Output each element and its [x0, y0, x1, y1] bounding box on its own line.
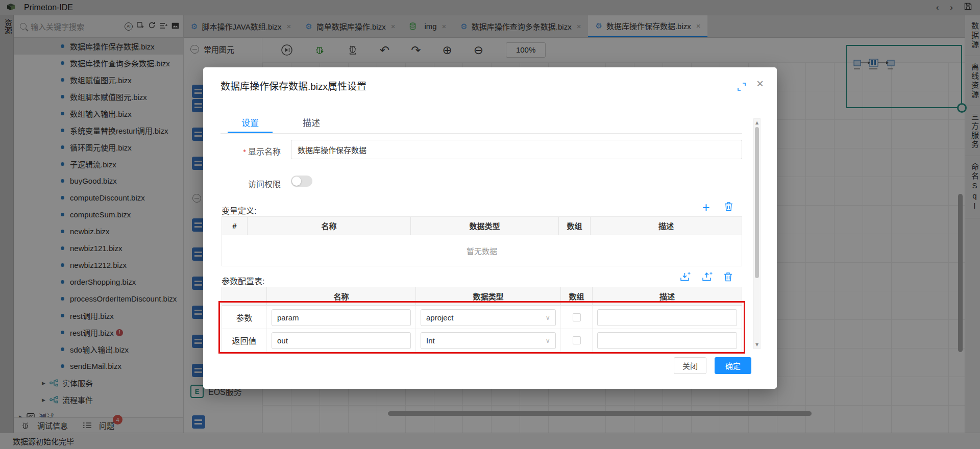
- variables-section-label: 变量定义:: [222, 204, 256, 216]
- param-name-cell: param: [267, 306, 416, 329]
- access-label: 访问权限: [203, 178, 281, 190]
- column-header: 数组: [559, 217, 591, 235]
- export-params-icon[interactable]: [702, 271, 713, 284]
- dialog-tab-设置[interactable]: 设置: [228, 112, 273, 133]
- param-row-label: 参数: [222, 306, 267, 329]
- import-params-icon[interactable]: [680, 271, 691, 284]
- scrollbar-thumb[interactable]: [755, 127, 759, 278]
- param-desc-cell: [593, 329, 742, 352]
- chevron-down-icon: ∨: [545, 314, 550, 321]
- add-variable-icon[interactable]: +: [702, 201, 710, 214]
- dialog-tabs: 设置描述: [220, 112, 742, 134]
- expand-icon[interactable]: [737, 82, 746, 91]
- column-header: 描述: [591, 217, 742, 235]
- column-header: [222, 287, 267, 305]
- column-header: 数据类型: [411, 217, 559, 235]
- param-type-value: aproject: [426, 313, 453, 322]
- array-checkbox[interactable]: [573, 336, 581, 344]
- access-toggle[interactable]: [291, 176, 312, 187]
- display-name-input[interactable]: 数据库操作保存数据: [291, 140, 742, 159]
- app-window: Primeton-IDE ‹ › 资源 输入关键字搜索 AI ⚙脚本操作JAVA…: [0, 0, 980, 449]
- param-array-cell: [561, 306, 593, 329]
- param-type-cell: Int∨: [416, 329, 561, 352]
- column-header: 数据类型: [416, 287, 561, 305]
- param-name-input[interactable]: param: [272, 309, 411, 326]
- param-name-input[interactable]: out: [272, 332, 411, 349]
- params-table: 名称数据类型数组描述 参数paramaproject∨返回值outInt∨: [222, 287, 742, 352]
- param-type-select[interactable]: aproject∨: [421, 309, 556, 326]
- column-header: 名称: [267, 287, 416, 305]
- params-table-header: 名称数据类型数组描述: [222, 287, 742, 306]
- properties-dialog: 数据库操作保存数据.bizx属性设置 × 设置描述 *显示名称 数据库操作保存数…: [203, 67, 777, 389]
- param-row-label: 返回值: [222, 329, 267, 352]
- dialog-tab-描述[interactable]: 描述: [289, 112, 334, 133]
- scroll-up-icon[interactable]: ▲: [754, 120, 760, 125]
- display-name-label: *显示名称: [203, 145, 281, 157]
- params-section-label: 参数配置表:: [222, 275, 264, 287]
- variables-actions: +: [702, 201, 733, 214]
- param-desc-cell: [593, 306, 742, 329]
- array-checkbox[interactable]: [573, 313, 581, 321]
- param-type-select[interactable]: Int∨: [421, 332, 556, 349]
- param-type-cell: aproject∨: [416, 306, 561, 329]
- dialog-title: 数据库操作保存数据.bizx属性设置: [220, 79, 366, 92]
- close-icon[interactable]: ×: [756, 78, 764, 90]
- param-type-value: Int: [426, 336, 435, 345]
- ok-button[interactable]: 确定: [715, 357, 751, 374]
- chevron-down-icon: ∨: [545, 337, 550, 344]
- close-button[interactable]: 关闭: [674, 357, 706, 374]
- param-desc-input[interactable]: [597, 332, 737, 349]
- column-header: 描述: [593, 287, 742, 305]
- variables-table: #名称数据类型数组描述 暂无数据: [222, 216, 742, 266]
- params-actions: [680, 271, 732, 284]
- column-header: #: [222, 217, 248, 235]
- params-table-body: 参数paramaproject∨返回值outInt∨: [222, 306, 742, 352]
- required-asterisk: *: [243, 147, 246, 156]
- variables-table-header: #名称数据类型数组描述: [222, 217, 742, 235]
- dialog-scrollbar[interactable]: ▲ ▼: [753, 118, 761, 349]
- param-array-cell: [561, 329, 593, 352]
- column-header: 名称: [248, 217, 411, 235]
- param-desc-input[interactable]: [597, 309, 737, 326]
- param-row: 参数paramaproject∨: [222, 306, 742, 329]
- column-header: 数组: [561, 287, 593, 305]
- delete-variable-icon[interactable]: [724, 202, 733, 213]
- param-row: 返回值outInt∨: [222, 329, 742, 352]
- scroll-down-icon[interactable]: ▼: [754, 342, 760, 347]
- param-name-cell: out: [267, 329, 416, 352]
- delete-params-icon[interactable]: [724, 272, 732, 284]
- variables-empty-text: 暂无数据: [222, 235, 742, 266]
